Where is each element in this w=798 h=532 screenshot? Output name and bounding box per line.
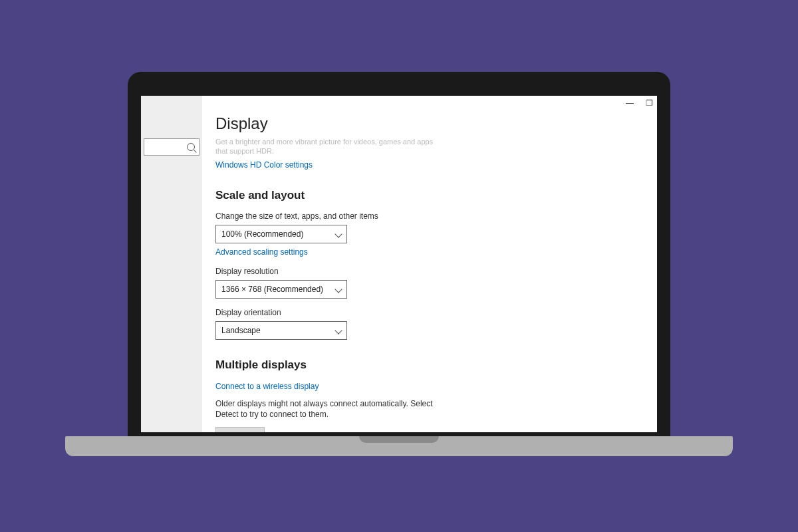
text-size-dropdown[interactable]: 100% (Recommended) xyxy=(215,225,347,243)
orientation-value: Landscape xyxy=(221,326,261,335)
scale-layout-heading: Scale and layout xyxy=(215,189,630,202)
sidebar xyxy=(141,96,202,432)
advanced-scaling-link[interactable]: Advanced scaling settings xyxy=(215,247,308,257)
main-content: Display Get a brighter and more vibrant … xyxy=(202,96,657,432)
page-title: Display xyxy=(215,114,630,133)
chevron-down-icon xyxy=(334,285,342,293)
search-icon xyxy=(187,143,195,151)
laptop-frame: — ❐ Display Get a brighter and more vibr… xyxy=(128,72,670,438)
text-size-label: Change the size of text, apps, and other… xyxy=(215,211,630,221)
wireless-display-link[interactable]: Connect to a wireless display xyxy=(215,382,319,391)
multiple-displays-heading: Multiple displays xyxy=(215,358,630,372)
minimize-button[interactable]: — xyxy=(626,98,634,108)
hdr-settings-link[interactable]: Windows HD Color settings xyxy=(215,160,313,170)
settings-window: — ❐ Display Get a brighter and more vibr… xyxy=(141,96,657,432)
maximize-button[interactable]: ❐ xyxy=(646,98,653,108)
detect-help-text: Older displays might not always connect … xyxy=(215,398,455,421)
resolution-label: Display resolution xyxy=(215,267,630,276)
chevron-down-icon xyxy=(334,230,342,237)
search-input[interactable] xyxy=(144,138,200,156)
resolution-dropdown[interactable]: 1366 × 768 (Recommended) xyxy=(215,280,347,299)
laptop-notch xyxy=(359,436,439,443)
orientation-label: Display orientation xyxy=(215,308,630,317)
text-size-value: 100% (Recommended) xyxy=(221,229,303,239)
resolution-value: 1366 × 768 (Recommended) xyxy=(221,285,323,294)
detect-button[interactable]: Detect xyxy=(215,427,265,432)
orientation-dropdown[interactable]: Landscape xyxy=(215,321,347,340)
chevron-down-icon xyxy=(334,327,342,334)
window-controls: — ❐ xyxy=(626,98,653,108)
hdr-description: Get a brighter and more vibrant picture … xyxy=(215,137,435,156)
